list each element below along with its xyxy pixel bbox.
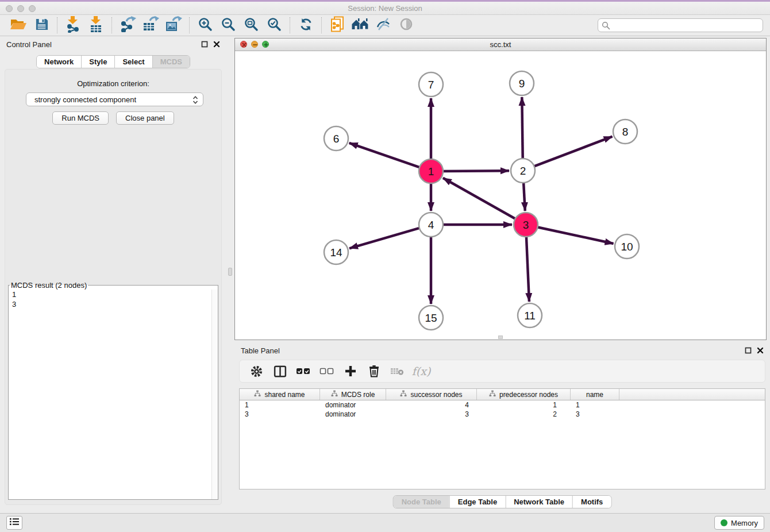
new-network-document-icon <box>330 16 345 35</box>
export-image-button[interactable] <box>162 16 185 34</box>
select-all-button[interactable] <box>296 364 311 379</box>
import-table-button[interactable] <box>84 16 107 34</box>
node-10[interactable]: 10 <box>615 234 639 259</box>
edge-1-6[interactable] <box>349 143 421 168</box>
main-toolbar <box>0 15 770 36</box>
cell-predecessor-nodes[interactable]: 2 <box>477 410 571 419</box>
zoom-selected-icon <box>267 17 282 34</box>
new-network-from-selection-button[interactable] <box>326 16 349 34</box>
table-tab-network-table[interactable]: Network Table <box>505 496 572 508</box>
table-row[interactable]: 1dominator411 <box>240 400 765 410</box>
cell-name[interactable]: 3 <box>571 410 619 419</box>
table-tab-motifs[interactable]: Motifs <box>572 496 611 508</box>
show-graphics-details-button[interactable] <box>395 16 418 34</box>
tab-network[interactable]: Network <box>37 56 81 68</box>
column-header-predecessor-nodes[interactable]: predecessor nodes <box>477 389 571 400</box>
save-session-button[interactable] <box>30 16 53 34</box>
cell-successor-nodes[interactable]: 3 <box>386 410 477 419</box>
zoom-out-button[interactable] <box>217 16 240 34</box>
column-header-name[interactable]: name <box>571 389 619 400</box>
hide-graphics-details-button[interactable] <box>372 16 395 34</box>
hide-graphics-details-icon <box>376 17 391 34</box>
edge-2-8[interactable] <box>533 137 613 167</box>
network-resize-handle[interactable] <box>498 336 503 339</box>
node-label: 10 <box>621 241 633 253</box>
run-mcds-button[interactable]: Run MCDS <box>52 111 109 125</box>
cell-name[interactable]: 1 <box>571 400 619 410</box>
node-3[interactable]: 3 <box>514 213 538 237</box>
network-graph-canvas[interactable]: 7968124314101511 <box>235 51 766 340</box>
houses-icon <box>352 17 369 34</box>
tab-mcds[interactable]: MCDS <box>152 56 190 68</box>
column-label: MCDS role <box>341 391 375 399</box>
search-input[interactable] <box>598 18 763 32</box>
node-label: 3 <box>523 219 529 231</box>
node-1[interactable]: 1 <box>419 159 443 183</box>
node-9[interactable]: 9 <box>510 71 534 95</box>
split-view-button[interactable] <box>272 364 287 379</box>
dropdown-stepper-icon <box>192 95 198 106</box>
column-header-successor-nodes[interactable]: successor nodes <box>386 389 477 400</box>
divider-handle[interactable] <box>228 268 232 276</box>
node-6[interactable]: 6 <box>324 126 348 151</box>
add-row-button[interactable] <box>343 364 358 379</box>
open-file-button[interactable] <box>7 16 30 34</box>
edge-1-2[interactable] <box>442 171 509 171</box>
import-network-button[interactable] <box>61 16 84 34</box>
node-4[interactable]: 4 <box>419 213 443 237</box>
memory-button[interactable]: Memory <box>714 516 764 530</box>
node-7[interactable]: 7 <box>419 72 443 97</box>
table-tab-edge-table[interactable]: Edge Table <box>449 496 505 508</box>
edge-2-3[interactable] <box>523 182 525 211</box>
cell-successor-nodes[interactable]: 4 <box>386 400 477 410</box>
float-panel-icon[interactable] <box>201 41 208 48</box>
task-history-button[interactable] <box>6 516 22 530</box>
close-panel-icon[interactable] <box>213 41 220 48</box>
zoom-fit-button[interactable] <box>240 16 263 34</box>
network-window-titlebar[interactable]: scc.txt <box>235 38 766 51</box>
node-15[interactable]: 15 <box>419 306 443 330</box>
edge-4-14[interactable] <box>349 228 421 248</box>
column-header-MCDS-role[interactable]: MCDS role <box>320 389 386 400</box>
table-tab-node-table[interactable]: Node Table <box>394 496 449 508</box>
tab-style[interactable]: Style <box>81 56 114 68</box>
refresh-button[interactable] <box>294 16 317 34</box>
cell-shared-name[interactable]: 1 <box>240 400 320 410</box>
cell-predecessor-nodes[interactable]: 1 <box>477 400 571 410</box>
float-table-panel-icon[interactable] <box>745 347 752 354</box>
node-2[interactable]: 2 <box>511 159 535 183</box>
cell-MCDS-role[interactable]: dominator <box>320 400 386 410</box>
edge-2-9[interactable] <box>522 97 522 160</box>
column-header-shared-name[interactable]: shared name <box>240 389 320 400</box>
memory-label: Memory <box>731 519 758 527</box>
cell-MCDS-role[interactable]: dominator <box>320 410 386 419</box>
close-panel-button[interactable]: Close panel <box>116 111 174 125</box>
export-table-button[interactable] <box>139 16 162 34</box>
hierarchy-icon <box>254 390 261 399</box>
deselect-all-button[interactable] <box>319 364 334 379</box>
zoom-selected-button[interactable] <box>263 16 286 34</box>
edge-3-11[interactable] <box>526 236 529 302</box>
function-builder-button[interactable]: f(x) <box>414 364 429 379</box>
tab-select[interactable]: Select <box>114 56 152 68</box>
table-row[interactable]: 3dominator323 <box>240 410 765 419</box>
close-table-panel-icon[interactable] <box>757 347 764 354</box>
node-14[interactable]: 14 <box>324 240 348 264</box>
edge-3-1[interactable] <box>443 178 517 219</box>
export-network-button[interactable] <box>116 16 139 34</box>
toolbar-separator <box>321 17 322 33</box>
result-scrollbar[interactable] <box>211 290 218 499</box>
column-settings-button[interactable] <box>249 364 264 379</box>
node-8[interactable]: 8 <box>613 119 637 144</box>
first-neighbors-button[interactable] <box>349 16 372 34</box>
delete-table-button[interactable] <box>390 364 405 379</box>
edge-3-10[interactable] <box>537 227 614 244</box>
zoom-in-button[interactable] <box>194 16 217 34</box>
table-panel: Table Panel <box>234 342 770 510</box>
panel-divider[interactable] <box>226 36 234 513</box>
node-11[interactable]: 11 <box>518 303 542 327</box>
delete-row-button[interactable] <box>367 364 382 379</box>
list-icon <box>9 518 20 528</box>
cell-shared-name[interactable]: 3 <box>240 410 320 419</box>
criterion-dropdown[interactable]: strongly connected component <box>26 92 203 106</box>
